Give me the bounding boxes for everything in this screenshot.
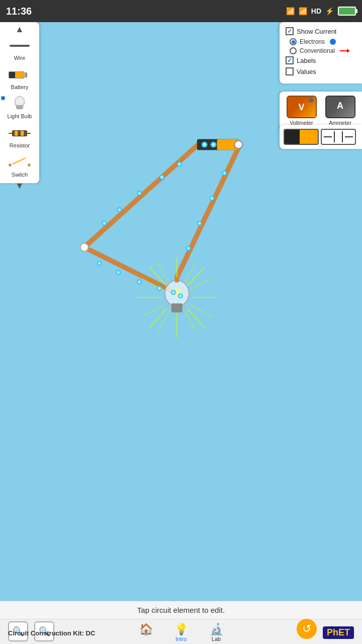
labels-checkbox[interactable] (286, 56, 294, 64)
ammeter-item[interactable]: Ammeter (322, 96, 358, 126)
refresh-button[interactable]: ↺ (297, 619, 317, 639)
electron (97, 261, 102, 266)
resistor-label: Resistor (10, 142, 30, 148)
charging-icon: ⚡ (325, 7, 334, 15)
battery-electron-1 (202, 141, 208, 147)
status-bar: 11:36 📶 📶 HD ⚡ (0, 0, 362, 22)
labels-label: Labels (297, 57, 316, 64)
cap-left-wire (324, 136, 332, 137)
electron (116, 270, 121, 275)
electron (210, 196, 215, 201)
tab-intro[interactable]: 💡 Intro (163, 623, 199, 642)
battery-status (338, 7, 356, 16)
bottom-tabs: 🏠 💡 Intro 🔬 Lab (128, 623, 234, 642)
values-checkbox[interactable] (286, 67, 294, 75)
battery-right-node[interactable] (234, 140, 242, 148)
electron (117, 207, 122, 212)
wire-upper-left[interactable] (84, 145, 197, 247)
sidebar-item-switch[interactable]: Switch (0, 151, 39, 181)
sidebar-item-resistor[interactable]: Resistor (0, 122, 39, 151)
panel-down-arrow[interactable]: ▼ (10, 181, 30, 191)
svg-line-3 (188, 267, 205, 286)
wire-label: Wire (14, 55, 26, 61)
battery-label: Battery (11, 84, 29, 90)
show-current-checkbox[interactable] (286, 27, 294, 35)
signal-icon: 📶 (299, 7, 307, 15)
app-label: Circuit Construction Kit: DC (8, 629, 95, 637)
lightbulb-icon (9, 96, 31, 112)
show-current-label: Show Current (297, 28, 336, 35)
battery-selector[interactable] (284, 129, 319, 145)
hd-badge: HD (311, 7, 321, 15)
conventional-row[interactable]: Conventional (290, 47, 356, 54)
phet-logo: PhET (323, 626, 354, 639)
electrons-radio[interactable] (290, 38, 297, 45)
electrons-row[interactable]: Electrons (290, 38, 356, 45)
bulb-electron-1 (171, 290, 176, 295)
lightbulb-label: Light Bulb (8, 113, 32, 119)
left-panel: ▲ Wire Battery Light Bulb (0, 22, 39, 183)
electron (159, 175, 164, 180)
electron (177, 162, 182, 167)
svg-line-11 (185, 262, 196, 284)
notification-dot (1, 96, 5, 100)
wire-bottom[interactable] (84, 248, 177, 294)
cap-left-plate (334, 131, 335, 142)
right-control-panel: Show Current Electrons Conventional Labe… (280, 22, 362, 84)
electron (102, 221, 107, 226)
values-label: Values (297, 68, 316, 75)
electron (197, 221, 202, 226)
electron (222, 171, 227, 176)
bottom-bar: Tap circuit element to edit. 🔍 🔍 🏠 💡 Int… (0, 601, 362, 644)
svg-line-15 (158, 310, 169, 333)
electron (137, 279, 142, 284)
conventional-label: Conventional (300, 47, 335, 54)
electron (186, 246, 191, 251)
svg-line-12 (158, 262, 169, 284)
values-row[interactable]: Values (286, 67, 356, 75)
status-icons: 📶 📶 HD ⚡ (286, 7, 356, 16)
lab-label: Lab (212, 636, 221, 642)
intro-label: Intro (175, 636, 187, 642)
battery-electron-2 (211, 141, 217, 147)
switch-icon (9, 154, 31, 171)
tap-hint: Tap circuit element to edit. (0, 601, 362, 619)
voltmeter-icon (287, 96, 317, 118)
labels-row[interactable]: Labels (286, 56, 356, 64)
bulb-electron-2 (178, 293, 183, 298)
sidebar-item-lightbulb[interactable]: Light Bulb (0, 93, 39, 122)
capacitor-selector[interactable] (321, 129, 356, 145)
sidebar-item-wire[interactable]: Wire (0, 35, 39, 64)
svg-line-8 (185, 310, 196, 333)
voltmeter-item[interactable]: Voltmeter (284, 96, 319, 126)
intro-icon: 💡 (174, 623, 188, 636)
wifi-icon: 📶 (286, 7, 295, 15)
sidebar-item-battery[interactable]: Battery (0, 64, 39, 93)
panel-up-arrow[interactable]: ▲ (10, 24, 30, 35)
battery-component-icon (9, 67, 31, 83)
ammeter-icon (325, 96, 355, 118)
tab-home[interactable]: 🏠 (128, 623, 163, 642)
electron (137, 191, 142, 196)
bulb-base-rect (171, 303, 183, 312)
electrons-label: Electrons (300, 38, 325, 45)
switch-label: Switch (12, 172, 28, 178)
tab-lab[interactable]: 🔬 Lab (199, 623, 234, 642)
conventional-arrow-indicator (340, 49, 350, 53)
electron-dot-indicator (330, 39, 336, 45)
circuit-canvas[interactable] (39, 22, 280, 364)
instrument-panel: Voltmeter Ammeter (280, 92, 362, 130)
svg-line-7 (149, 309, 166, 328)
wire-icon (9, 38, 31, 54)
show-current-row[interactable]: Show Current (286, 27, 356, 35)
cap-right-plate (342, 131, 343, 142)
svg-line-1 (188, 309, 205, 328)
junction-node-left[interactable] (80, 244, 88, 252)
wire-right[interactable] (177, 145, 239, 277)
status-time: 11:36 (6, 6, 32, 17)
component-selector (280, 125, 362, 149)
home-icon: 🏠 (139, 623, 153, 636)
cap-right-wire (345, 136, 353, 137)
lab-icon: 🔬 (210, 623, 223, 636)
conventional-radio[interactable] (290, 47, 297, 54)
